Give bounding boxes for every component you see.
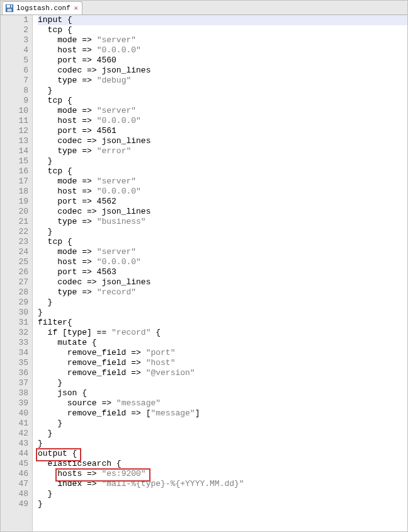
code-line[interactable]: input { <box>38 15 407 25</box>
line-number: 34 <box>1 348 28 358</box>
code-line[interactable]: port => 4561 <box>38 126 407 136</box>
code-line[interactable]: } <box>38 227 407 237</box>
code-line[interactable]: type => "record" <box>38 287 407 298</box>
code-line[interactable]: codec => json_lines <box>38 66 407 76</box>
code-token: mode => <box>38 176 97 186</box>
code-line[interactable]: type => "business" <box>38 217 407 227</box>
code-line[interactable]: } <box>38 308 407 318</box>
string-token: "server" <box>97 35 136 45</box>
line-number: 3 <box>1 35 28 45</box>
close-icon[interactable]: ✕ <box>73 5 79 11</box>
code-line[interactable]: mode => "server" <box>38 35 407 45</box>
editor-area[interactable]: 1234567891011121314151617181920212223242… <box>1 15 407 531</box>
code-line[interactable]: host => "0.0.0.0" <box>38 116 407 126</box>
code-line[interactable]: host => "0.0.0.0" <box>38 187 407 197</box>
line-number-gutter: 1234567891011121314151617181920212223242… <box>1 15 33 531</box>
code-token: if [type] == <box>38 328 111 337</box>
code-line[interactable]: remove_field => "port" <box>38 348 407 358</box>
code-line[interactable]: port => 4560 <box>38 55 407 66</box>
code-line[interactable]: mode => "server" <box>38 247 407 257</box>
string-token: "server" <box>97 106 136 115</box>
line-number: 27 <box>1 277 28 287</box>
code-line[interactable]: tcp { <box>38 237 407 247</box>
code-token: port => 4563 <box>38 267 116 277</box>
line-number: 20 <box>1 207 28 217</box>
line-number: 31 <box>1 318 28 328</box>
string-token: "0.0.0.0" <box>97 116 141 125</box>
code-token: port => 4562 <box>38 197 116 206</box>
code-line[interactable]: mode => "server" <box>38 176 407 187</box>
code-token: type => <box>38 217 97 226</box>
line-number: 8 <box>1 86 28 96</box>
code-line[interactable]: remove_field => "@version" <box>38 368 407 378</box>
code-line[interactable]: json { <box>38 388 407 398</box>
code-line[interactable]: } <box>38 156 407 166</box>
line-number: 23 <box>1 237 28 247</box>
code-line[interactable]: source => "message" <box>38 398 407 408</box>
code-line[interactable]: } <box>38 298 407 308</box>
line-number: 13 <box>1 136 28 146</box>
line-number: 14 <box>1 146 28 156</box>
code-line[interactable]: hosts => "es:9200" <box>38 469 407 479</box>
line-number: 47 <box>1 479 28 489</box>
code-token: tcp { <box>38 237 72 246</box>
code-line[interactable]: mutate { <box>38 338 407 348</box>
code-line[interactable]: elasticsearch { <box>38 459 407 469</box>
line-number: 33 <box>1 338 28 348</box>
line-number: 45 <box>1 459 28 469</box>
tab-filename: logstash.conf <box>16 4 71 12</box>
line-number: 28 <box>1 287 28 298</box>
code-line[interactable]: codec => json_lines <box>38 277 407 287</box>
line-number: 25 <box>1 257 28 267</box>
code-token: tcp { <box>38 25 72 35</box>
code-line[interactable]: output { <box>38 449 407 459</box>
code-line[interactable]: } <box>38 429 407 439</box>
line-number: 29 <box>1 298 28 308</box>
code-token: elasticsearch { <box>38 459 122 468</box>
code-content[interactable]: input { tcp { mode => "server" host => "… <box>33 15 407 531</box>
code-line[interactable]: } <box>38 439 407 449</box>
line-number: 44 <box>1 449 28 459</box>
line-number: 1 <box>1 15 28 25</box>
code-line[interactable]: filter{ <box>38 318 407 328</box>
code-line[interactable]: } <box>38 499 407 509</box>
code-line[interactable]: codec => json_lines <box>38 136 407 146</box>
line-number: 26 <box>1 267 28 277</box>
code-line[interactable]: if [type] == "record" { <box>38 328 407 338</box>
code-line[interactable]: tcp { <box>38 25 407 35</box>
code-line[interactable]: remove_field => ["message"] <box>38 408 407 419</box>
code-line[interactable]: } <box>38 419 407 429</box>
line-number: 24 <box>1 247 28 257</box>
string-token: "port" <box>146 348 176 357</box>
code-line[interactable]: type => "error" <box>38 146 407 156</box>
string-token: "server" <box>97 176 136 186</box>
code-line[interactable]: port => 4563 <box>38 267 407 277</box>
code-line[interactable]: } <box>38 378 407 388</box>
code-line[interactable]: host => "0.0.0.0" <box>38 45 407 55</box>
code-token: } <box>38 499 43 509</box>
line-number: 11 <box>1 116 28 126</box>
code-line[interactable]: codec => json_lines <box>38 207 407 217</box>
code-line[interactable]: remove_field => "host" <box>38 358 407 368</box>
line-number: 46 <box>1 469 28 479</box>
code-line[interactable]: tcp { <box>38 166 407 176</box>
code-line[interactable]: host => "0.0.0.0" <box>38 257 407 267</box>
code-line[interactable]: mode => "server" <box>38 106 407 116</box>
code-token: mode => <box>38 247 97 257</box>
code-line[interactable]: port => 4562 <box>38 197 407 207</box>
string-token: "record" <box>97 287 136 297</box>
code-line[interactable]: } <box>38 86 407 96</box>
code-line[interactable]: } <box>38 489 407 499</box>
string-token: "host" <box>146 358 176 367</box>
code-line[interactable]: index => "mall-%{type}-%{+YYYY.MM.dd}" <box>38 479 407 489</box>
string-token: "record" <box>111 328 150 337</box>
string-token: "mall-%{type}-%{+YYYY.MM.dd}" <box>101 479 244 489</box>
line-number: 4 <box>1 45 28 55</box>
code-token: port => 4560 <box>38 55 116 65</box>
string-token: "0.0.0.0" <box>97 187 141 196</box>
code-line[interactable]: type => "debug" <box>38 76 407 86</box>
svg-rect-1 <box>7 5 13 8</box>
line-number: 37 <box>1 378 28 388</box>
code-line[interactable]: tcp { <box>38 96 407 106</box>
file-tab[interactable]: logstash.conf ✕ <box>2 1 82 14</box>
